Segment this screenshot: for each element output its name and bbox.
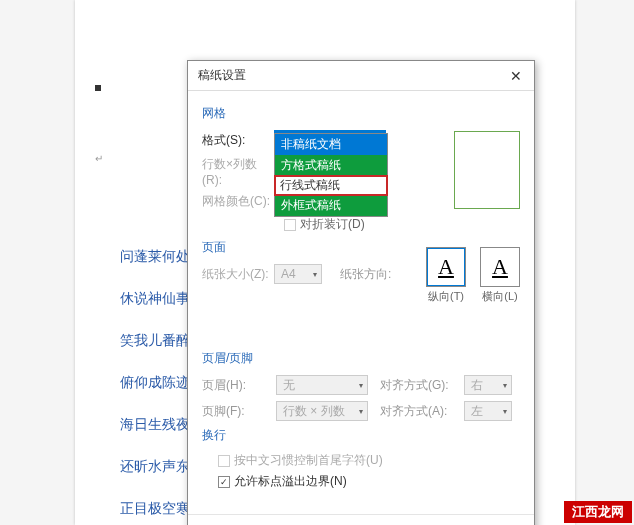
label-papersize: 纸张大小(Z): xyxy=(202,266,274,283)
label-gridcolor: 网格颜色(C): xyxy=(202,193,274,210)
cjk-label: 按中文习惯控制首尾字符(U) xyxy=(234,452,383,469)
dialog-body: 网格 格式(S): 非稿纸文档 ▾ 非稿纸文档 方格式稿纸 行线式稿纸 外框式稿… xyxy=(188,91,534,506)
papersize-select: A4 ▾ xyxy=(274,264,322,284)
foldbind-checkbox xyxy=(284,219,296,231)
format-dropdown-list: 非稿纸文档 方格式稿纸 行线式稿纸 外框式稿纸 xyxy=(274,133,388,217)
orientation-glyph: A xyxy=(492,254,508,280)
header-align-select: 右 ▾ xyxy=(464,375,512,395)
orientation-group: A 纵向(T) A 横向(L) xyxy=(426,247,520,304)
dialog-buttons: 确认 取消 xyxy=(188,514,534,525)
dialog-title: 稿纸设置 xyxy=(198,67,246,84)
watermark: 江西龙网 xyxy=(564,501,632,523)
dialog-titlebar[interactable]: 稿纸设置 ✕ xyxy=(188,61,534,91)
preview-box xyxy=(454,131,520,209)
foldbind-label: 对折装订(D) xyxy=(300,216,365,233)
paragraph-mark xyxy=(95,85,101,91)
format-option[interactable]: 非稿纸文档 xyxy=(275,134,387,155)
label-align1: 对齐方式(G): xyxy=(380,377,452,394)
header-align-value: 右 xyxy=(471,377,483,394)
orientation-portrait[interactable]: A xyxy=(426,247,466,287)
cjk-checkbox xyxy=(218,455,230,467)
punct-label: 允许标点溢出边界(N) xyxy=(234,473,347,490)
format-option-highlighted[interactable]: 行线式稿纸 xyxy=(274,175,388,196)
section-linebreak-title: 换行 xyxy=(202,427,520,444)
footer-align-select: 左 ▾ xyxy=(464,401,512,421)
footer-value: 行数 × 列数 xyxy=(283,403,345,420)
chevron-down-icon: ▾ xyxy=(503,381,507,390)
footer-align-value: 左 xyxy=(471,403,483,420)
format-option[interactable]: 外框式稿纸 xyxy=(275,195,387,216)
close-icon[interactable]: ✕ xyxy=(506,68,526,84)
chevron-down-icon: ▾ xyxy=(313,270,317,279)
chevron-down-icon: ▾ xyxy=(503,407,507,416)
header-value: 无 xyxy=(283,377,295,394)
label-rowscols: 行数×列数(R): xyxy=(202,156,274,187)
footer-select: 行数 × 列数 ▾ xyxy=(276,401,368,421)
small-mark: ↵ xyxy=(95,153,103,164)
label-footer: 页脚(F): xyxy=(202,403,264,420)
header-select: 无 ▾ xyxy=(276,375,368,395)
label-header: 页眉(H): xyxy=(202,377,264,394)
chevron-down-icon: ▾ xyxy=(359,407,363,416)
dialog-genko-settings: 稿纸设置 ✕ 网格 格式(S): 非稿纸文档 ▾ 非稿纸文档 方格式稿纸 行线式… xyxy=(187,60,535,525)
section-headerfooter-title: 页眉/页脚 xyxy=(202,350,520,367)
orientation-landscape[interactable]: A xyxy=(480,247,520,287)
orientation-landscape-label: 横向(L) xyxy=(480,289,520,304)
punct-checkbox[interactable]: ✓ xyxy=(218,476,230,488)
label-paperorient: 纸张方向: xyxy=(340,266,402,283)
format-option[interactable]: 方格式稿纸 xyxy=(275,155,387,176)
papersize-value: A4 xyxy=(281,267,296,281)
section-grid-title: 网格 xyxy=(202,105,520,122)
chevron-down-icon: ▾ xyxy=(359,381,363,390)
label-format: 格式(S): xyxy=(202,132,274,149)
label-align2: 对齐方式(A): xyxy=(380,403,452,420)
orientation-glyph: A xyxy=(438,254,454,280)
orientation-portrait-label: 纵向(T) xyxy=(426,289,466,304)
